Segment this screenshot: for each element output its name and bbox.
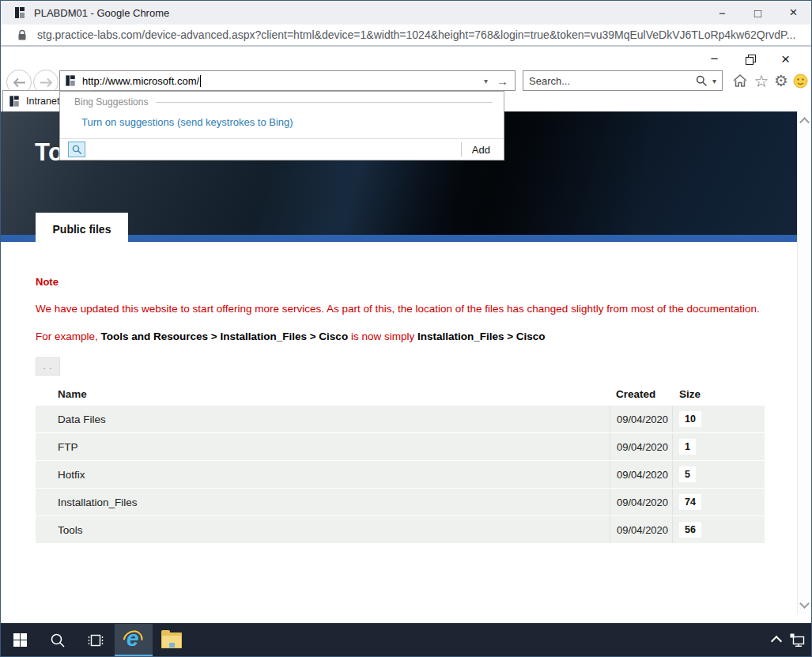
bing-suggestions-label: Bing Suggestions: [74, 96, 148, 108]
note-body: We have updated this website to start of…: [36, 303, 767, 315]
example-mid: is now simply: [348, 330, 417, 342]
tray-show-hidden-icons-button[interactable]: [765, 624, 787, 657]
file-name-link[interactable]: Installation_Files: [36, 497, 610, 508]
bing-suggestions-dropdown: Bing Suggestions Turn on suggestions (se…: [59, 91, 504, 160]
file-size-cell: 10: [673, 406, 765, 432]
favorites-button[interactable]: ☆: [752, 71, 771, 90]
text-cursor: [200, 75, 201, 87]
add-button[interactable]: Add: [472, 144, 490, 156]
tray-network-button[interactable]: [787, 624, 808, 657]
chrome-minimize-button[interactable]: −: [704, 1, 740, 25]
chrome-urlbar: stg.practice-labs.com/device-advanced.as…: [1, 25, 811, 47]
address-url[interactable]: stg.practice-labs.com/device-advanced.as…: [37, 28, 795, 41]
file-size-badge: 56: [679, 522, 701, 538]
example-old-path: Tools and Resources > Installation_Files…: [101, 330, 349, 342]
search-input[interactable]: [529, 75, 696, 87]
page-content: Tools and resources Public files Note We…: [1, 111, 798, 625]
table-row[interactable]: Installation_Files 09/04/2020 74: [36, 489, 765, 516]
table-row[interactable]: Hotfix 09/04/2020 5: [36, 461, 765, 489]
file-size-badge: 1: [679, 439, 696, 455]
lock-icon: [17, 29, 27, 41]
taskbar-file-explorer-button[interactable]: [153, 624, 191, 656]
address-dropdown-icon[interactable]: ▾: [478, 77, 493, 85]
gear-icon: ⚙: [774, 73, 788, 89]
taskbar-ie-button[interactable]: e: [115, 624, 153, 656]
file-size-badge: 5: [679, 466, 696, 482]
taskbar: e: [1, 623, 811, 656]
chevron-up-icon: [770, 636, 781, 647]
ie-address-bar[interactable]: http://www.microsoft.com/ ▾ →: [59, 70, 516, 91]
file-name-link[interactable]: FTP: [36, 441, 610, 453]
restore-icon: [746, 55, 755, 64]
magnifier-icon: [72, 145, 82, 155]
search-dropdown-icon[interactable]: ▾: [712, 77, 716, 85]
file-size-badge: 74: [679, 494, 701, 510]
table-row[interactable]: FTP 09/04/2020 1: [36, 433, 765, 461]
ie-address-text[interactable]: http://www.microsoft.com/: [82, 75, 199, 87]
chrome-maximize-button[interactable]: □: [740, 1, 776, 25]
search-provider-button[interactable]: [68, 142, 85, 157]
column-header-size[interactable]: Size: [673, 382, 765, 406]
taskbar-tray: [765, 624, 811, 656]
task-view-button[interactable]: [77, 624, 115, 656]
tab-favicon-icon: [9, 96, 19, 106]
go-arrow-icon[interactable]: →: [493, 74, 512, 88]
divider: [156, 102, 493, 103]
chrome-window: PLABDM01 - Google Chrome − □ × stg.pract…: [0, 0, 812, 657]
feedback-button[interactable]: [791, 71, 810, 90]
back-arrow-icon: [13, 77, 26, 88]
chrome-window-controls: − □ ×: [704, 1, 811, 25]
scroll-up-icon[interactable]: [799, 117, 810, 127]
search-icon[interactable]: [696, 75, 708, 87]
note-heading: Note: [36, 276, 59, 288]
search-icon: [50, 632, 66, 648]
practice-labs-favicon-icon: [15, 7, 25, 18]
ie-close-button[interactable]: ×: [768, 49, 803, 70]
windows-logo-icon: [13, 633, 27, 647]
start-button[interactable]: [1, 624, 39, 656]
ie-titlebar: − ×: [1, 48, 811, 70]
ie-restore-button[interactable]: [732, 49, 768, 70]
ie-search-box[interactable]: ▾: [523, 70, 723, 91]
file-created-date: 09/04/2020: [610, 433, 673, 460]
tab-label: Intranet: [26, 96, 59, 107]
file-table-body: Data Files 09/04/2020 10 FTP 09/04/2020 …: [36, 406, 765, 544]
smiley-icon: [793, 74, 808, 89]
suggestions-footer: Add: [60, 138, 504, 160]
task-view-icon: [87, 633, 104, 648]
window-title: PLABDM01 - Google Chrome: [34, 7, 169, 19]
file-table: Name Created Size Data Files 09/04/2020 …: [36, 382, 765, 544]
vertical-scrollbar[interactable]: [797, 111, 811, 614]
file-size-cell: 74: [673, 489, 765, 515]
turn-on-suggestions-link[interactable]: Turn on suggestions (send keystrokes to …: [81, 116, 293, 128]
file-size-badge: 10: [679, 411, 701, 427]
file-name-link[interactable]: Hotfix: [36, 469, 610, 481]
tab-public-files[interactable]: Public files: [36, 213, 128, 245]
file-name-link[interactable]: Tools: [36, 524, 610, 536]
taskbar-search-button[interactable]: [39, 624, 77, 656]
example-new-path: Installation_Files > Cisco: [417, 330, 546, 342]
table-row[interactable]: Data Files 09/04/2020 10: [36, 406, 765, 433]
file-created-date: 09/04/2020: [610, 461, 673, 488]
network-icon: [789, 632, 806, 648]
chrome-close-button[interactable]: ×: [776, 1, 811, 25]
folder-icon: [161, 632, 182, 648]
file-created-date: 09/04/2020: [610, 406, 673, 432]
parent-directory-button[interactable]: . .: [36, 357, 60, 376]
example-prefix: For example,: [36, 330, 101, 342]
column-header-name[interactable]: Name: [36, 388, 610, 400]
table-row[interactable]: Tools 09/04/2020 56: [36, 516, 765, 544]
column-header-created[interactable]: Created: [610, 382, 673, 406]
bing-suggestions-header: Bing Suggestions: [74, 96, 493, 108]
file-table-header: Name Created Size: [36, 382, 765, 406]
file-name-link[interactable]: Data Files: [36, 413, 610, 425]
star-icon: ☆: [754, 73, 769, 89]
scroll-down-icon[interactable]: [799, 598, 810, 609]
ie-minimize-button[interactable]: −: [697, 49, 732, 70]
internet-explorer-icon: e: [122, 628, 145, 651]
settings-button[interactable]: ⚙: [772, 71, 791, 90]
file-size-cell: 1: [673, 433, 765, 460]
file-created-date: 09/04/2020: [610, 516, 673, 543]
home-button[interactable]: [731, 71, 750, 90]
divider: [461, 142, 462, 157]
